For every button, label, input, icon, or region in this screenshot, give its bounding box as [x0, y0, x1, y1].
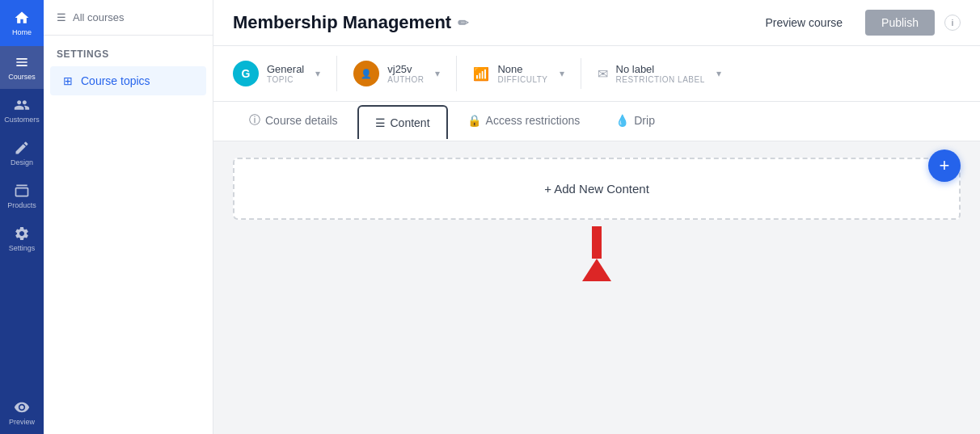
lock-icon: 🔒: [467, 114, 481, 127]
course-title-text: Membership Management: [233, 12, 451, 33]
course-topics-label: Course topics: [81, 74, 150, 87]
add-new-content-box[interactable]: + Add New Content: [233, 158, 961, 220]
topic-chevron-icon: ▾: [315, 68, 320, 79]
author-avatar: 👤: [353, 61, 379, 86]
edit-title-icon[interactable]: ✏: [458, 15, 468, 31]
topic-sub: TOPIC: [267, 75, 304, 84]
top-bar: Membership Management ✏ Preview course P…: [213, 0, 980, 46]
arrow-indicator: [233, 226, 961, 281]
nav-item-home[interactable]: Home: [0, 0, 44, 46]
courses-icon: [14, 54, 30, 70]
tab-access-restrictions-label: Access restrictions: [486, 114, 581, 127]
sidebar: ☰ All courses Settings ⊞ Course topics: [44, 0, 213, 434]
nav-item-preview[interactable]: Preview: [0, 391, 44, 434]
course-details-icon: ⓘ: [249, 113, 260, 128]
sidebar-item-course-topics[interactable]: ⊞ Course topics: [50, 66, 206, 95]
customers-icon: [14, 97, 30, 113]
design-icon: [14, 140, 30, 156]
add-content-fab[interactable]: +: [928, 150, 961, 182]
info-icon[interactable]: i: [944, 15, 961, 31]
difficulty-sub: DIFFICULTY: [497, 75, 547, 84]
content-tab-icon: ☰: [375, 116, 386, 129]
sidebar-all-courses[interactable]: ☰ All courses: [44, 0, 213, 36]
nav-label-home: Home: [12, 28, 32, 36]
difficulty-label: None: [497, 63, 547, 75]
arrow-head: [582, 259, 611, 281]
nav-label-products: Products: [7, 201, 36, 209]
all-courses-label: All courses: [73, 11, 125, 23]
nav-label-settings: Settings: [9, 244, 36, 252]
nav-item-products[interactable]: Products: [0, 175, 44, 217]
list-icon: ☰: [57, 11, 66, 23]
restriction-label: No label: [616, 63, 705, 75]
home-icon: [14, 10, 30, 26]
difficulty-icon: 📶: [473, 66, 489, 82]
nav-item-design[interactable]: Design: [0, 132, 44, 175]
tab-drip-label: Drip: [634, 114, 655, 127]
preview-course-button[interactable]: Preview course: [752, 10, 855, 36]
tab-drip[interactable]: 💧 Drip: [599, 103, 671, 140]
nav-item-courses[interactable]: Courses: [0, 46, 44, 89]
tab-content-label: Content: [391, 116, 430, 129]
author-label: vj25v: [387, 63, 424, 75]
topic-avatar: G: [233, 61, 259, 86]
author-chevron-icon: ▾: [435, 68, 440, 79]
left-nav: Home Courses Customers Design Products S…: [0, 0, 44, 434]
arrow-shaft: [592, 226, 602, 259]
content-area: + + Add New Content: [213, 141, 980, 434]
settings-icon: [14, 225, 30, 242]
restriction-chevron-icon: ▾: [716, 68, 721, 79]
preview-icon: [14, 399, 30, 415]
products-icon: [14, 183, 30, 199]
meta-bar: G General TOPIC ▾ 👤 vj25v AUTHOR ▾ 📶 Non…: [213, 46, 980, 102]
course-title-area: Membership Management ✏: [233, 12, 468, 33]
nav-label-customers: Customers: [4, 116, 40, 124]
author-sub: AUTHOR: [387, 75, 424, 84]
add-content-label: + Add New Content: [544, 182, 649, 196]
publish-button[interactable]: Publish: [865, 10, 935, 36]
restriction-sub: RESTRICTION LABEL: [616, 75, 705, 84]
nav-item-customers[interactable]: Customers: [0, 89, 44, 132]
tab-course-details-label: Course details: [265, 114, 338, 127]
nav-label-courses: Courses: [8, 73, 36, 81]
meta-difficulty[interactable]: 📶 None DIFFICULTY ▾: [473, 58, 581, 89]
difficulty-chevron-icon: ▾: [560, 68, 564, 79]
meta-restriction[interactable]: ✉ No label RESTRICTION LABEL ▾: [598, 58, 737, 89]
meta-topic[interactable]: G General TOPIC ▾: [233, 56, 337, 91]
tab-course-details[interactable]: ⓘ Course details: [233, 102, 354, 141]
nav-label-design: Design: [11, 158, 33, 166]
tab-content[interactable]: ☰ Content: [357, 105, 448, 139]
meta-author[interactable]: 👤 vj25v AUTHOR ▾: [353, 56, 457, 91]
tab-access-restrictions[interactable]: 🔒 Access restrictions: [451, 103, 597, 140]
nav-item-settings[interactable]: Settings: [0, 217, 44, 260]
tabs: ⓘ Course details ☰ Content 🔒 Access rest…: [213, 102, 980, 141]
drip-icon: 💧: [615, 114, 629, 127]
main-content: Membership Management ✏ Preview course P…: [213, 0, 980, 434]
top-right-actions: Preview course Publish i: [752, 10, 961, 36]
restriction-icon: ✉: [598, 66, 608, 82]
topic-label: General: [267, 63, 304, 75]
course-topics-icon: ⊞: [63, 74, 73, 87]
nav-label-preview: Preview: [9, 418, 35, 426]
sidebar-section-settings: Settings: [44, 36, 213, 66]
